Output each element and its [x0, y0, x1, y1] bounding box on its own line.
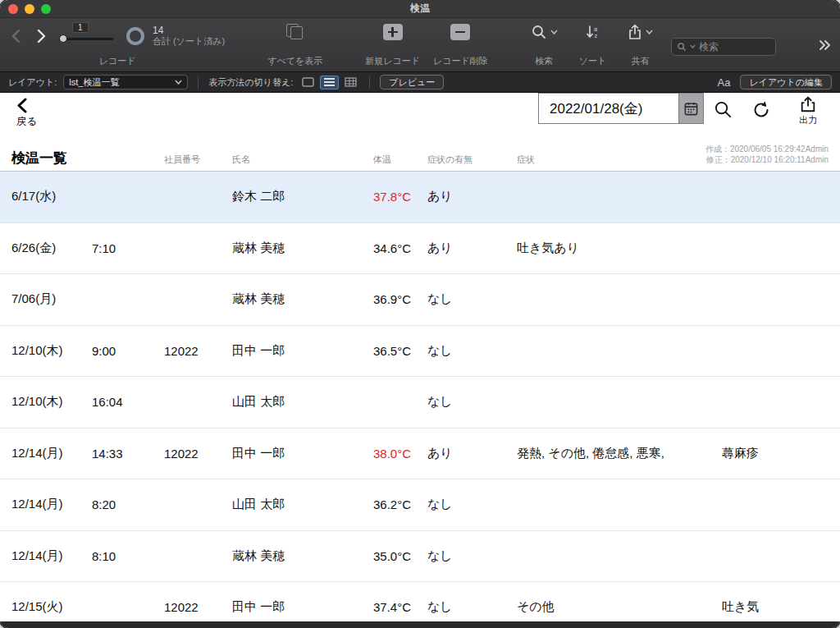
refresh-button[interactable] — [751, 100, 771, 120]
cell-time: 8:20 — [92, 497, 164, 511]
export-button[interactable]: 出力 — [799, 95, 817, 126]
layout-select[interactable]: lst_検温一覧 — [63, 75, 188, 89]
cell-temperature: 38.0°C — [373, 447, 427, 461]
show-all-button[interactable] — [286, 24, 304, 40]
zoom-window-button[interactable] — [41, 4, 51, 14]
form-view-button[interactable] — [299, 76, 317, 89]
chevron-double-right-icon — [819, 39, 832, 51]
table-row[interactable]: 12/10(木) 16:04 山田 太郎 なし — [0, 377, 840, 429]
quick-search-input[interactable] — [699, 41, 770, 53]
records-section: 1 14 合計 (ソート済み) レコード — [10, 24, 225, 69]
cell-date: 12/14(月) — [11, 497, 92, 512]
cell-temperature: 36.9°C — [373, 292, 427, 306]
table-row[interactable]: 12/15(火) 12022 田中 一郎 37.4°C なし その他 吐き気 — [0, 582, 840, 621]
cell-employee-number: 12022 — [164, 600, 232, 614]
new-record-caption: 新規レコード — [365, 55, 420, 67]
next-record-button[interactable] — [35, 27, 48, 45]
chevron-down-icon — [175, 80, 182, 85]
column-header-temp: 体温 — [373, 154, 427, 166]
table-row[interactable]: 7/06(月) 蔵林 美穂 36.9°C なし — [0, 274, 840, 326]
list-view-icon — [323, 77, 336, 87]
table-row[interactable]: 12/14(月) 8:20 山田 太郎 36.2°C なし — [0, 479, 840, 531]
table-row[interactable]: 6/26(金) 7:10 蔵林 美穂 34.6°C あり 吐き気あり — [0, 223, 840, 275]
window-bottom-bar — [0, 621, 840, 628]
find-button[interactable] — [531, 24, 558, 40]
list-view-button[interactable] — [321, 76, 338, 89]
back-button[interactable]: 戻る — [16, 98, 37, 129]
cell-has-symptom: あり — [427, 241, 517, 256]
cell-name: 田中 一郎 — [232, 343, 373, 359]
record-meta: 作成：2020/06/05 16:29:42Admin 修正：2020/12/1… — [705, 144, 829, 165]
view-switch-label: 表示方法の切り替え: — [208, 76, 293, 89]
cell-has-symptom: あり — [427, 189, 517, 204]
cell-name: 鈴木 二郎 — [232, 189, 373, 204]
cell-has-symptom: なし — [427, 599, 517, 615]
table-view-icon — [345, 77, 357, 87]
minimize-window-button[interactable] — [25, 4, 34, 14]
cell-temperature: 35.0°C — [373, 549, 427, 563]
back-label: 戻る — [16, 115, 37, 129]
cell-name: 田中 一郎 — [232, 599, 373, 615]
stacked-documents-icon — [286, 24, 304, 40]
date-field[interactable]: 2022/01/28(金) — [538, 93, 679, 124]
app-window: 検温 1 14 — [0, 0, 840, 628]
column-header-has-symptom: 症状の有無 — [427, 154, 517, 166]
chevron-down-icon — [646, 30, 653, 34]
cell-temperature: 37.8°C — [373, 190, 427, 204]
sort-button[interactable]: az — [585, 24, 601, 40]
delete-record-section: レコード削除 — [433, 24, 488, 69]
export-label: 出力 — [799, 114, 817, 126]
cell-date: 12/14(月) — [11, 548, 92, 564]
quick-search-field[interactable] — [671, 38, 776, 56]
export-icon — [799, 95, 817, 113]
table-row[interactable]: 12/14(月) 14:33 12022 田中 一郎 38.0°C あり 発熱,… — [0, 429, 840, 480]
search-icon — [531, 24, 547, 40]
chevron-left-icon — [16, 98, 27, 113]
delete-record-button[interactable] — [450, 24, 470, 40]
previous-record-button[interactable] — [10, 27, 22, 45]
edit-layout-button[interactable]: レイアウトの編集 — [740, 75, 832, 89]
total-sub-label: 合計 (ソート済み) — [153, 36, 225, 47]
column-header-name: 氏名 — [232, 154, 373, 166]
cell-name: 蔵林 美穂 — [232, 241, 373, 256]
cell-symptom-other: 蕁麻疹 — [722, 446, 840, 461]
show-all-section: すべてを表示 — [267, 24, 322, 69]
new-record-section: 新規レコード — [365, 24, 420, 69]
cell-symptom: 発熱, その他, 倦怠感, 悪寒, — [517, 446, 722, 461]
cell-date: 6/26(金) — [11, 241, 92, 256]
cell-name: 山田 太郎 — [232, 394, 373, 410]
cell-symptom-other: 吐き気 — [722, 599, 840, 615]
search-records-button[interactable] — [714, 100, 733, 119]
table-row[interactable]: 12/14(月) 8:10 蔵林 美穂 35.0°C なし — [0, 531, 840, 583]
table-view-button[interactable] — [342, 76, 359, 89]
record-list: 6/17(水) 鈴木 二郎 37.8°C あり 6/26(金) 7:10 蔵林 … — [0, 171, 840, 621]
cell-symptom: その他 — [517, 599, 722, 615]
chevron-down-icon — [550, 30, 558, 34]
minus-icon — [450, 24, 470, 40]
cell-employee-number: 12022 — [164, 344, 232, 358]
toolbar-overflow-button[interactable] — [819, 39, 832, 53]
cell-has-symptom: あり — [427, 446, 517, 461]
table-row[interactable]: 6/17(水) 鈴木 二郎 37.8°C あり — [0, 172, 840, 223]
show-all-caption: すべてを表示 — [267, 55, 322, 67]
created-timestamp: 作成：2020/06/05 16:29:42Admin — [705, 144, 829, 154]
current-record-number: 1 — [72, 22, 89, 33]
column-header-symptom: 症状 — [517, 154, 722, 166]
cell-time: 16:04 — [92, 395, 164, 409]
list-header: 検温一覧 社員番号 氏名 体温 症状の有無 症状 作成：2020/06/05 1… — [0, 144, 840, 171]
sort-caption: ソート — [579, 55, 607, 67]
cell-date: 6/17(水) — [11, 189, 92, 204]
layout-label: レイアウト: — [8, 76, 57, 89]
record-slider[interactable]: 1 — [59, 24, 113, 48]
close-window-button[interactable] — [8, 4, 18, 14]
share-button[interactable] — [628, 24, 653, 40]
cell-time: 14:33 — [92, 447, 164, 461]
formatting-bar-toggle[interactable]: Aa — [718, 76, 731, 89]
cell-time: 7:10 — [92, 241, 164, 255]
new-record-button[interactable] — [383, 24, 403, 40]
record-slider-thumb[interactable] — [59, 34, 67, 43]
search-icon — [714, 100, 733, 119]
calendar-button[interactable] — [679, 93, 704, 124]
table-row[interactable]: 12/10(木) 9:00 12022 田中 一郎 36.5°C なし — [0, 326, 840, 378]
preview-button[interactable]: プレビュー — [380, 75, 444, 89]
